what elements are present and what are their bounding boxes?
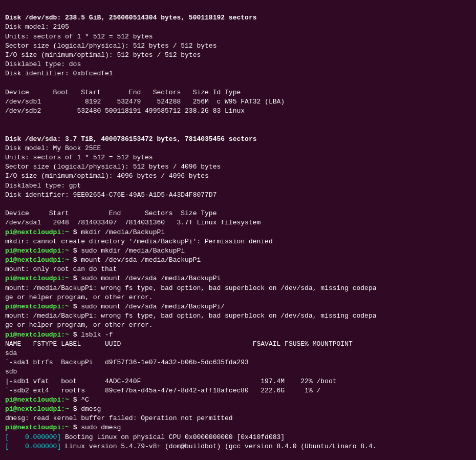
prompt-sudo-mount-slash: pi@nextcloudpi:~ $ sudo mount /dev/sda /… (5, 303, 225, 310)
lsblk-header: NAME FSTYPE LABEL UUID FSAVAIL FSUSE% MO… (5, 340, 353, 348)
units-sda: Units: sectors of 1 * 512 = 512 bytes (5, 154, 153, 161)
io-size-sdb: I/O size (minimum/optimal): 512 bytes / … (5, 51, 201, 59)
lsblk-sda1: `-sda1 btrfs BackupPi d9f57f36-1e07-4a32… (5, 359, 249, 366)
disk-id-sdb: Disk identifier: 0xbfcedfe1 (5, 70, 113, 77)
lsblk-sdb: sdb (5, 368, 17, 375)
mount-error-3a: mount: /media/BackupPi: wrong fs type, b… (5, 312, 377, 320)
dmesg-error: dmesg: read kernel buffer failed: Operat… (5, 414, 233, 422)
lsblk-sda: sda (5, 349, 17, 357)
disk-sdb-header: Disk /dev/sdb: 238.5 GiB, 256060514304 b… (5, 14, 256, 22)
disk-model-sda: Disk model: My Book 25EE (5, 144, 101, 152)
prompt-sudo-mkdir: pi@nextcloudpi:~ $ sudo mkdir /media/Bac… (5, 247, 185, 255)
dmesg-line-1: [ 0.000000] Booting Linux on physical CP… (5, 433, 285, 441)
prompt-ctrl-c: pi@nextcloudpi:~ $ ^C (5, 396, 89, 404)
mount-error-2b: ge or helper program, or other error. (5, 294, 153, 301)
disk-id-sda: Disk identifier: 9EE02654-C76E-49A5-A1D5… (5, 191, 217, 199)
sdb2-partition: /dev/sdb2 532480 500118191 499585712 238… (5, 107, 245, 115)
partition-header-sda: Device Start End Sectors Size Type (5, 210, 217, 217)
prompt-dmesg: pi@nextcloudpi:~ $ dmesg (5, 405, 101, 413)
mkdir-error: mkdir: cannot create directory '/media/B… (5, 238, 273, 245)
io-size-sda: I/O size (minimum/optimal): 4096 bytes /… (5, 172, 209, 180)
sda1-partition: /dev/sda1 2048 7814033407 7814031360 3.7… (5, 219, 261, 226)
disk-sda-header: Disk /dev/sda: 3.7 TiB, 4000786153472 by… (5, 135, 256, 143)
terminal: Disk /dev/sdb: 238.5 GiB, 256060514304 b… (5, 4, 471, 451)
dmesg-line-2: [ 0.000000] Linux version 5.4.79-v8+ (do… (5, 443, 377, 450)
disklabel-sda: Disklabel type: gpt (5, 182, 81, 190)
sector-size-sda: Sector size (logical/physical): 512 byte… (5, 163, 221, 171)
prompt-mkdir: pi@nextcloudpi:~ $ mkdir /media/BackupPi (5, 228, 165, 236)
sdb1-partition: /dev/sdb1 8192 532479 524288 256M c W95 … (5, 98, 285, 106)
mount-error-2a: mount: /media/BackupPi: wrong fs type, b… (5, 284, 377, 292)
prompt-sudo-mount: pi@nextcloudpi:~ $ sudo mount /dev/sda /… (5, 275, 221, 282)
lsblk-sdb2: `-sdb2 ext4 rootfs 89cef7ba-d45a-47e7-8d… (5, 387, 320, 394)
disklabel-sdb: Disklabel type: dos (5, 60, 81, 68)
units-sdb: Units: sectors of 1 * 512 = 512 bytes (5, 33, 153, 40)
partition-header-sdb: Device Boot Start End Sectors Size Id Ty… (5, 89, 241, 96)
prompt-sudo-dmesg: pi@nextcloudpi:~ $ sudo dmesg (5, 424, 121, 431)
lsblk-sdb1: |-sdb1 vfat boot 4ADC-240F 197.4M 22% /b… (5, 378, 337, 385)
sector-size-sdb: Sector size (logical/physical): 512 byte… (5, 42, 217, 50)
prompt-mount: pi@nextcloudpi:~ $ mount /dev/sda /media… (5, 256, 201, 264)
mount-error-1: mount: only root can do that (5, 265, 117, 273)
disk-model-sdb: Disk model: 2105 (5, 23, 69, 31)
prompt-lsblk: pi@nextcloudpi:~ $ lsblk -f (5, 331, 113, 339)
mount-error-3b: ge or helper program, or other error. (5, 321, 153, 329)
